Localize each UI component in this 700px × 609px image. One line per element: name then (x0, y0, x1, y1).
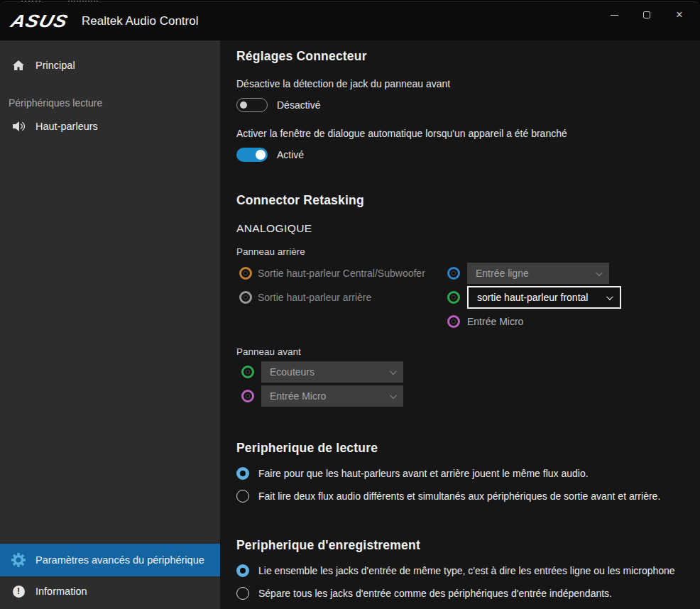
sidebar-item-advanced-settings[interactable]: Paramètres avancés du périphérique (0, 544, 220, 576)
jack-detection-toggle[interactable] (236, 98, 268, 112)
dropdown-value: Entrée ligne (476, 268, 529, 279)
gear-icon (11, 553, 26, 567)
app-window: ASUS Realtek Audio Control × Principal P… (0, 1, 700, 609)
jack-icon-orange (239, 267, 252, 280)
playback-option-different-streams[interactable]: Fait lire deux flux audio différents et … (236, 490, 700, 503)
front-row-mic: Entrée Micro (236, 385, 700, 407)
radio-label: Fait lire deux flux audio différents et … (258, 490, 660, 502)
sidebar-section-playback-devices: Périphériques lecture (9, 97, 220, 109)
jack-icon-green (241, 366, 254, 378)
dropdown-value: Entrée Micro (270, 390, 326, 402)
sidebar-item-label: Principal (35, 60, 75, 71)
speaker-icon (11, 121, 26, 132)
analog-subheading: ANALOGIQUE (236, 222, 700, 235)
sidebar-bottom-group: Paramètres avancés du périphérique ! Inf… (0, 544, 220, 609)
recording-option-tie-jacks[interactable]: Lie ensemble les jacks d'entrée de même … (236, 564, 700, 577)
sidebar-item-label: Information (35, 586, 87, 597)
dropdown-value: sortie haut-parleur frontal (477, 292, 588, 303)
retask-row-right: sortie haut-parleur frontal (447, 286, 621, 309)
chevron-down-icon (390, 392, 397, 399)
radio-unselected-icon[interactable] (236, 490, 249, 503)
close-button[interactable]: × (663, 4, 696, 26)
chevron-down-icon (596, 269, 603, 276)
toggle-state-label: Désactivé (277, 99, 320, 111)
screen: ASUS Realtek Audio Control × Principal P… (0, 0, 700, 609)
maximize-icon (643, 11, 650, 18)
radio-selected-icon[interactable] (236, 467, 249, 480)
home-icon (11, 60, 26, 71)
auto-popup-toggle-row: Activé (236, 148, 700, 162)
front-row-headphones: Ecouteurs (236, 361, 700, 383)
headphones-dropdown[interactable]: Ecouteurs (261, 361, 403, 383)
asus-logo: ASUS (9, 11, 70, 32)
rear-panel-rows: Sortie haut-parleur Central/Subwoofer En… (236, 261, 700, 334)
toggle-knob (256, 150, 266, 160)
titlebar[interactable]: ASUS Realtek Audio Control × (0, 2, 700, 40)
retask-row-left: Sortie haut-parleur Central/Subwoofer (236, 267, 447, 280)
front-panel-rows: Ecouteurs Entrée Micro (236, 361, 700, 407)
main-content: Réglages Connecteur Désactive la détecti… (220, 40, 700, 609)
playback-option-same-stream[interactable]: Faire pour que les haut-parleurs avant e… (236, 467, 700, 480)
jack-icon-blue (447, 267, 460, 280)
chevron-down-icon (606, 293, 613, 300)
minimize-button[interactable] (598, 4, 630, 26)
toggle-knob (240, 102, 247, 109)
auto-popup-label: Activer la fenêtre de dialogue automatiq… (236, 128, 700, 139)
sidebar-item-information[interactable]: ! Information (0, 576, 220, 606)
sidebar-item-principal[interactable]: Principal (0, 50, 220, 80)
mic-in-label: Entrée Micro (467, 316, 523, 327)
jack-label: Sortie haut-parleur arrière (258, 292, 371, 303)
line-in-dropdown[interactable]: Entrée ligne (467, 263, 609, 284)
front-mic-dropdown[interactable]: Entrée Micro (261, 385, 403, 407)
sidebar-item-label: Haut-parleurs (35, 121, 98, 132)
jack-icon-gray (239, 291, 252, 304)
retask-row-rear-speaker: Sortie haut-parleur arrière sortie haut-… (236, 285, 700, 309)
radio-label: Lie ensemble les jacks d'entrée de même … (258, 565, 675, 576)
sidebar: Principal Périphériques lecture Haut-par… (0, 40, 220, 609)
front-speaker-dropdown[interactable]: sortie haut-parleur frontal (467, 286, 621, 309)
retask-row-left: Sortie haut-parleur arrière (236, 291, 447, 304)
window-title: Realtek Audio Control (82, 14, 198, 28)
section-title-connector-retasking: Connector Retasking (236, 193, 700, 208)
info-icon: ! (11, 586, 26, 598)
jack-detection-toggle-row: Désactivé (236, 98, 700, 112)
close-icon: × (676, 9, 682, 21)
retask-row-central-subwoofer: Sortie haut-parleur Central/Subwoofer En… (236, 261, 700, 285)
auto-popup-toggle[interactable] (236, 148, 268, 162)
jack-icon-pink (241, 390, 254, 402)
jack-icon-green (447, 291, 460, 304)
window-body: Principal Périphériques lecture Haut-par… (0, 40, 700, 609)
radio-label: Sépare tous les jacks d'entrée comme des… (258, 588, 612, 599)
sidebar-item-label: Paramètres avancés du périphérique (35, 554, 204, 566)
rear-panel-label: Panneau arrière (236, 246, 700, 257)
maximize-button[interactable] (630, 4, 663, 26)
jack-label: Sortie haut-parleur Central/Subwoofer (258, 268, 425, 279)
toggle-state-label: Activé (277, 149, 304, 160)
chevron-down-icon (390, 368, 397, 375)
radio-label: Faire pour que les haut-parleurs avant e… (258, 468, 589, 479)
retask-row-mic-in: Entrée Micro (236, 309, 700, 334)
front-panel-label: Panneau avant (236, 346, 700, 357)
section-title-playback-device: Peripherique de lecture (236, 441, 700, 456)
sidebar-item-speakers[interactable]: Haut-parleurs (0, 111, 220, 141)
section-title-recording-device: Peripherique d'enregistrement (236, 538, 700, 553)
section-title-connector-settings: Réglages Connecteur (236, 49, 700, 64)
recording-option-separate-jacks[interactable]: Sépare tous les jacks d'entrée comme des… (236, 587, 700, 600)
minimize-icon (611, 15, 618, 16)
retask-row-right: Entrée ligne (447, 263, 609, 284)
jack-icon-pink (447, 315, 460, 328)
window-controls: × (598, 4, 696, 28)
jack-detection-label: Désactive la détection de jack du pannea… (236, 78, 700, 89)
retask-row-right: Entrée Micro (447, 315, 523, 328)
radio-unselected-icon[interactable] (236, 587, 249, 600)
radio-selected-icon[interactable] (236, 564, 249, 577)
dropdown-value: Ecouteurs (270, 366, 315, 378)
